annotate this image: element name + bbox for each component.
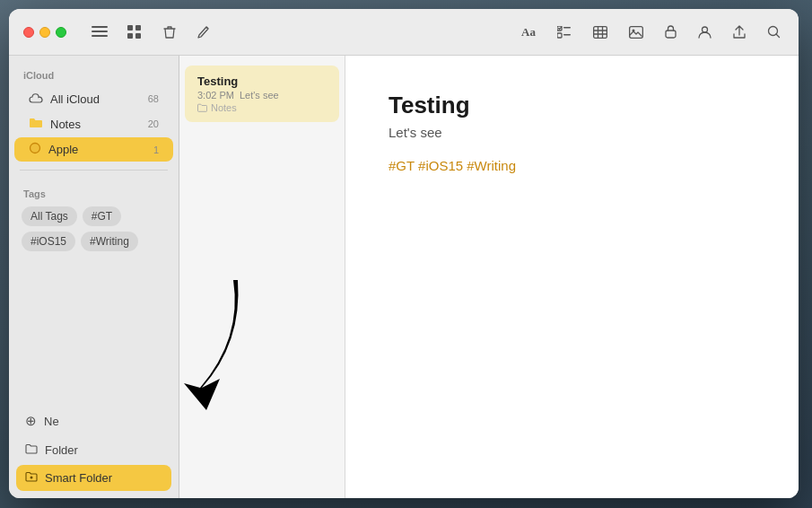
new-folder-icon bbox=[25, 443, 38, 457]
close-button[interactable] bbox=[23, 27, 34, 38]
account-icon[interactable] bbox=[694, 22, 715, 42]
lock-icon[interactable] bbox=[661, 22, 680, 42]
share-icon[interactable] bbox=[729, 22, 749, 43]
apple-label: Apple bbox=[48, 143, 146, 156]
svg-rect-16 bbox=[630, 26, 643, 38]
svg-rect-9 bbox=[563, 27, 571, 29]
svg-rect-2 bbox=[92, 35, 108, 37]
toolbar-view-controls bbox=[88, 22, 145, 43]
svg-rect-0 bbox=[92, 26, 108, 28]
folder-small-icon bbox=[197, 103, 207, 112]
note-tags: #GT #iOS15 #Writing bbox=[389, 158, 755, 173]
new-folder-button[interactable]: Folder bbox=[16, 437, 171, 463]
search-icon[interactable] bbox=[764, 22, 784, 42]
notes-label: Notes bbox=[50, 118, 141, 131]
apple-badge: 1 bbox=[153, 145, 159, 155]
note-folder-name: Notes bbox=[211, 102, 237, 113]
note-title: Testing bbox=[389, 92, 755, 119]
format-icon[interactable]: Aa bbox=[518, 22, 539, 43]
svg-rect-18 bbox=[666, 31, 676, 38]
app-window: Aa bbox=[9, 9, 799, 498]
compose-icon[interactable] bbox=[194, 22, 214, 42]
note-item-meta: 3:02 PM Let's see bbox=[197, 90, 327, 101]
minimize-button[interactable] bbox=[39, 27, 50, 38]
list-view-icon[interactable] bbox=[88, 22, 111, 42]
table-icon[interactable] bbox=[589, 22, 611, 42]
notes-list: Testing 3:02 PM Let's see Notes bbox=[179, 56, 345, 498]
new-smart-folder-button[interactable]: Smart Folder bbox=[16, 465, 171, 491]
folder-icon bbox=[29, 117, 43, 131]
all-icloud-badge: 68 bbox=[148, 93, 159, 104]
new-smart-folder-icon bbox=[25, 471, 38, 485]
cloud-icon bbox=[29, 92, 43, 106]
svg-rect-3 bbox=[127, 25, 133, 31]
svg-point-21 bbox=[31, 144, 40, 153]
note-item-folder: Notes bbox=[197, 102, 327, 113]
content-area: iCloud All iCloud 68 Notes 20 bbox=[9, 56, 799, 498]
maximize-button[interactable] bbox=[56, 27, 66, 38]
tags-section: Tags All Tags #GT #iOS15 #Writing bbox=[9, 178, 179, 258]
new-folder-label: Folder bbox=[45, 443, 78, 457]
svg-point-22 bbox=[31, 477, 33, 479]
notes-badge: 20 bbox=[148, 118, 159, 129]
tags-section-label: Tags bbox=[18, 185, 170, 206]
svg-rect-1 bbox=[92, 31, 108, 32]
grid-view-icon[interactable] bbox=[124, 22, 145, 43]
note-subtitle: Let's see bbox=[389, 125, 755, 140]
svg-rect-4 bbox=[135, 25, 141, 31]
note-item-title: Testing bbox=[197, 74, 327, 88]
new-note-button[interactable]: ⊕ Ne bbox=[16, 407, 171, 435]
sidebar-item-notes[interactable]: Notes 20 bbox=[14, 112, 173, 136]
checklist-icon[interactable] bbox=[554, 22, 575, 42]
tag-gt[interactable]: #GT bbox=[83, 206, 121, 226]
delete-icon[interactable] bbox=[160, 22, 179, 43]
svg-rect-5 bbox=[127, 33, 133, 39]
svg-point-19 bbox=[703, 27, 708, 32]
svg-rect-8 bbox=[557, 33, 562, 38]
sidebar-item-all-icloud[interactable]: All iCloud 68 bbox=[14, 87, 173, 110]
all-icloud-label: All iCloud bbox=[50, 92, 141, 106]
traffic-lights bbox=[23, 27, 66, 38]
new-note-icon: ⊕ bbox=[25, 413, 37, 429]
svg-rect-11 bbox=[594, 26, 607, 38]
sidebar-item-apple[interactable]: Apple 1 bbox=[14, 137, 173, 162]
sidebar: iCloud All iCloud 68 Notes 20 bbox=[9, 56, 179, 498]
svg-rect-6 bbox=[135, 33, 141, 39]
svg-rect-10 bbox=[563, 34, 571, 36]
note-item-time: 3:02 PM bbox=[197, 90, 234, 101]
new-smart-folder-label: Smart Folder bbox=[45, 471, 112, 485]
tag-writing[interactable]: #Writing bbox=[81, 232, 138, 251]
tag-ios15[interactable]: #iOS15 bbox=[22, 232, 75, 251]
note-editor[interactable]: Testing Let's see #GT #iOS15 #Writing bbox=[345, 56, 799, 498]
toolbar: Aa bbox=[9, 9, 799, 56]
tags-grid: All Tags #GT #iOS15 #Writing bbox=[18, 206, 170, 251]
sidebar-divider bbox=[20, 170, 168, 171]
new-note-label: Ne bbox=[44, 415, 59, 428]
apple-folder-icon bbox=[29, 142, 41, 157]
note-item[interactable]: Testing 3:02 PM Let's see Notes bbox=[185, 66, 339, 122]
tag-all-tags[interactable]: All Tags bbox=[22, 206, 77, 226]
sidebar-footer: ⊕ Ne Folder bbox=[9, 399, 179, 498]
note-item-preview-text: Let's see bbox=[240, 90, 279, 101]
icloud-section-label: iCloud bbox=[9, 66, 179, 86]
media-icon[interactable] bbox=[625, 22, 647, 42]
